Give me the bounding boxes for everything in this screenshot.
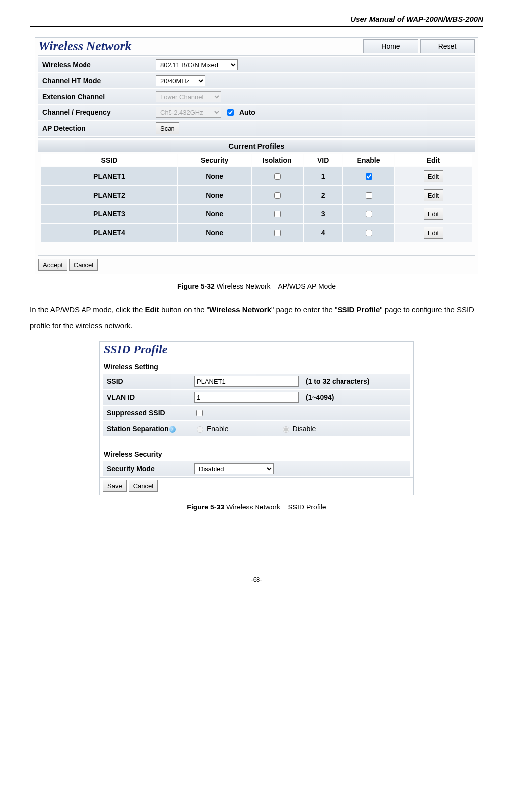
cell-isolation <box>252 205 303 223</box>
extension-channel-label: Extension Channel <box>40 93 156 101</box>
row-wireless-mode: Wireless Mode 802.11 B/G/N Mixed <box>38 57 475 72</box>
ht-mode-select[interactable]: 20/40MHz <box>156 75 205 86</box>
cell-ssid: PLANET3 <box>41 205 177 223</box>
channel-frequency-label: Channel / Frequency <box>40 108 156 116</box>
info-icon: i <box>169 426 176 433</box>
edit-button[interactable]: Edit <box>424 189 443 201</box>
row-vlan: VLAN ID (1~4094) <box>103 390 410 405</box>
col-enable: Enable <box>343 154 394 166</box>
col-vid: VID <box>304 154 342 166</box>
ssid-profile-panel: SSID Profile Wireless Setting SSID (1 to… <box>99 341 414 495</box>
reset-button[interactable]: Reset <box>420 39 475 53</box>
header-rule <box>30 26 483 27</box>
cell-edit: Edit <box>395 186 472 204</box>
table-row: PLANET4 None 4 Edit <box>41 224 472 242</box>
row-station-separation: Station Separationi Enable Disable <box>103 421 410 436</box>
table-row: PLANET1 None 1 Edit <box>41 167 472 185</box>
cell-enable <box>343 167 394 185</box>
cell-vid: 2 <box>304 186 342 204</box>
current-profiles-header: Current Profiles <box>38 140 475 152</box>
isolation-checkbox[interactable] <box>274 230 281 236</box>
divider <box>38 137 475 138</box>
wireless-network-panel: Wireless Network Home Reset Wireless Mod… <box>35 37 478 274</box>
vlan-label: VLAN ID <box>105 393 194 401</box>
ssid-input[interactable] <box>194 376 299 387</box>
disable-label: Disable <box>293 425 316 433</box>
col-ssid: SSID <box>41 154 177 166</box>
wireless-mode-select[interactable]: 802.11 B/G/N Mixed <box>156 59 238 70</box>
edit-button[interactable]: Edit <box>424 227 443 239</box>
row-security-mode: Security Mode Disabled <box>103 461 410 476</box>
cell-enable <box>343 186 394 204</box>
ap-detection-label: AP Detection <box>40 124 156 132</box>
enable-label: Enable <box>207 425 229 433</box>
cell-security: None <box>178 224 251 242</box>
auto-checkbox[interactable] <box>227 109 234 116</box>
wireless-mode-label: Wireless Mode <box>40 61 156 69</box>
title-rule <box>38 55 475 56</box>
cell-isolation <box>252 186 303 204</box>
security-mode-label: Security Mode <box>105 465 194 473</box>
bottom-rule <box>38 255 475 256</box>
save-button[interactable]: Save <box>103 480 127 492</box>
isolation-checkbox[interactable] <box>274 211 281 217</box>
col-edit: Edit <box>395 154 472 166</box>
cell-edit: Edit <box>395 167 472 185</box>
auto-label: Auto <box>239 108 255 116</box>
cell-vid: 3 <box>304 205 342 223</box>
isolation-checkbox[interactable] <box>274 173 281 180</box>
wireless-setting-header: Wireless Setting <box>100 361 413 373</box>
enable-checkbox[interactable] <box>366 173 372 180</box>
cell-ssid: PLANET4 <box>41 224 177 242</box>
disable-radio <box>283 426 289 433</box>
edit-button[interactable]: Edit <box>424 170 443 182</box>
row-ssid: SSID (1 to 32 characters) <box>103 374 410 389</box>
cancel-button[interactable]: Cancel <box>69 259 98 271</box>
row-extension-channel: Extension Channel Lower Channel <box>38 89 475 104</box>
cell-security: None <box>178 205 251 223</box>
cell-enable <box>343 205 394 223</box>
cell-edit: Edit <box>395 224 472 242</box>
doc-header: User Manual of WAP-200N/WBS-200N <box>30 15 483 23</box>
channel-frequency-select: Ch5-2.432GHz <box>156 107 221 118</box>
col-isolation: Isolation <box>252 154 303 166</box>
cell-ssid: PLANET1 <box>41 167 177 185</box>
enable-checkbox[interactable] <box>366 211 372 217</box>
extension-channel-select: Lower Channel <box>156 91 221 102</box>
wireless-security-header: Wireless Security <box>100 448 413 460</box>
col-security: Security <box>178 154 251 166</box>
row-suppressed-ssid: Suppressed SSID <box>103 406 410 420</box>
figure-caption-1: Figure 5-32 Wireless Network – AP/WDS AP… <box>30 282 483 290</box>
panel-title: SSID Profile <box>104 343 409 356</box>
cell-isolation <box>252 224 303 242</box>
cell-security: None <box>178 186 251 204</box>
panel-title: Wireless Network <box>38 39 132 54</box>
security-mode-select[interactable]: Disabled <box>194 463 274 474</box>
enable-checkbox[interactable] <box>366 230 372 236</box>
scan-button[interactable]: Scan <box>156 122 179 134</box>
ssid-hint: (1 to 32 characters) <box>306 377 369 385</box>
cell-vid: 4 <box>304 224 342 242</box>
home-button[interactable]: Home <box>363 39 418 53</box>
suppressed-ssid-checkbox[interactable] <box>196 410 203 416</box>
isolation-checkbox[interactable] <box>274 192 281 199</box>
cancel-button[interactable]: Cancel <box>129 480 158 492</box>
page-number: -68- <box>30 576 483 583</box>
title-rule <box>103 359 410 359</box>
suppressed-ssid-label: Suppressed SSID <box>105 409 194 417</box>
cell-ssid: PLANET2 <box>41 186 177 204</box>
ssid-label: SSID <box>105 377 194 385</box>
accept-button[interactable]: Accept <box>38 259 67 271</box>
cell-enable <box>343 224 394 242</box>
ht-mode-label: Channel HT Mode <box>40 77 156 85</box>
row-ht-mode: Channel HT Mode 20/40MHz <box>38 73 475 88</box>
row-channel-frequency: Channel / Frequency Ch5-2.432GHz Auto <box>38 105 475 120</box>
vlan-input[interactable] <box>194 392 299 403</box>
enable-radio <box>197 426 203 433</box>
edit-button[interactable]: Edit <box>424 208 443 220</box>
table-row: PLANET2 None 2 Edit <box>41 186 472 204</box>
vlan-hint: (1~4094) <box>306 393 334 401</box>
station-separation-label: Station Separationi <box>105 425 194 433</box>
figure-caption-2: Figure 5-33 Wireless Network – SSID Prof… <box>30 503 483 511</box>
enable-checkbox[interactable] <box>366 192 372 199</box>
